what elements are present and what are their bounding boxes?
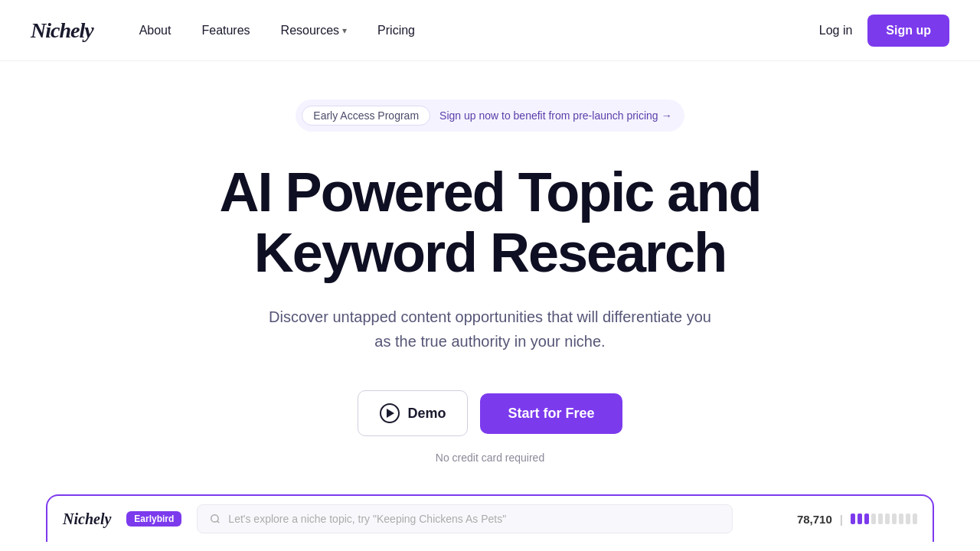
chevron-down-icon: ▾ — [342, 25, 347, 36]
svg-point-0 — [211, 515, 218, 522]
app-preview-logo: Nichely — [63, 510, 111, 528]
no-credit-text: No credit card required — [436, 452, 544, 464]
app-search-bar[interactable]: Let's explore a niche topic, try "Keepin… — [197, 504, 733, 533]
stats-bar-item — [851, 514, 855, 524]
stats-bar-item — [864, 514, 869, 524]
stats-bar-item — [885, 514, 890, 524]
hero-subtitle: Discover untapped content opportunities … — [260, 305, 720, 354]
app-preview: Nichely Earlybird Let's explore a niche … — [46, 494, 934, 542]
nav-links: About Features Resources ▾ Pricing — [139, 24, 819, 37]
stats-bar — [851, 514, 917, 524]
nav-right: Log in Sign up — [819, 15, 949, 47]
stats-bar-item — [871, 514, 876, 524]
early-access-banner[interactable]: Early Access Program Sign up now to bene… — [296, 99, 684, 132]
nav-pricing[interactable]: Pricing — [377, 24, 415, 37]
stats-bar-item — [913, 514, 917, 524]
demo-button[interactable]: Demo — [358, 390, 468, 436]
nav-features[interactable]: Features — [201, 24, 250, 37]
logo[interactable]: Nichely — [31, 18, 93, 43]
early-access-link[interactable]: Sign up now to benefit from pre-launch p… — [439, 109, 672, 122]
stats-bar-item — [906, 514, 910, 524]
play-icon — [380, 403, 400, 423]
search-icon — [210, 514, 220, 524]
early-access-tag: Early Access Program — [302, 106, 430, 126]
navbar: Nichely About Features Resources ▾ Prici… — [0, 0, 980, 61]
nav-resources[interactable]: Resources ▾ — [281, 24, 347, 37]
play-triangle-icon — [387, 409, 394, 418]
signup-button[interactable]: Sign up — [867, 15, 949, 47]
hero-section: Early Access Program Sign up now to bene… — [0, 61, 980, 494]
cta-buttons: Demo Start for Free — [358, 390, 622, 436]
stats-bar-item — [899, 514, 903, 524]
stats-divider: | — [840, 513, 843, 526]
stats-bar-item — [858, 514, 862, 524]
earlybird-badge: Earlybird — [126, 511, 181, 527]
stats-bar-item — [878, 514, 883, 524]
hero-title: AI Powered Topic and Keyword Research — [176, 162, 804, 283]
start-free-button[interactable]: Start for Free — [480, 393, 622, 434]
nav-about[interactable]: About — [139, 24, 172, 37]
login-button[interactable]: Log in — [819, 24, 853, 37]
search-placeholder: Let's explore a niche topic, try "Keepin… — [228, 513, 506, 525]
app-stats: 78,710 | — [797, 513, 917, 526]
stats-bar-item — [892, 514, 897, 524]
